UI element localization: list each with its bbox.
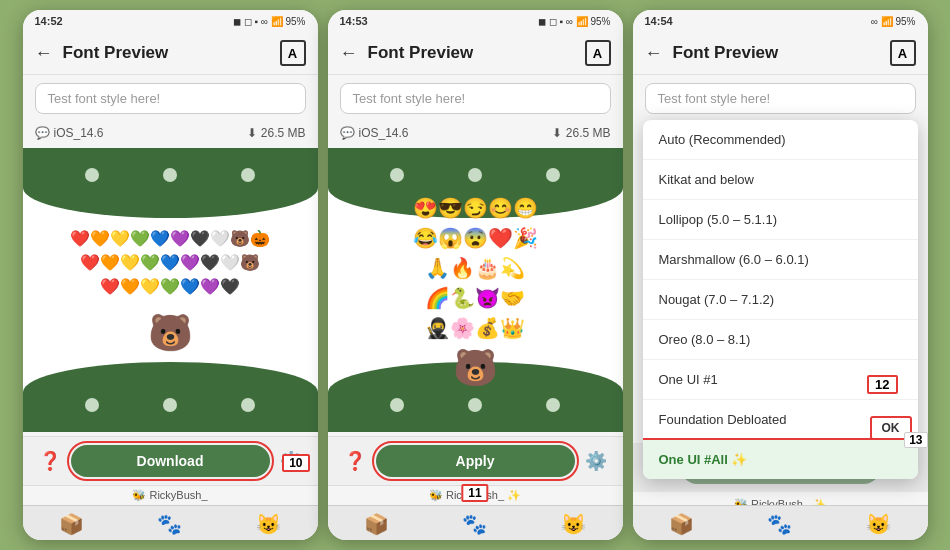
back-button-2[interactable]: ← <box>340 43 358 64</box>
preview-area-2: 😍😎😏😊😁 😂😱😨❤️🎉 🙏🔥🎂💫 🌈🐍👿🤝 🥷🌸💰👑 🐻 <box>328 148 623 432</box>
screens-container: 14:52 ◼ ◻ ▪ ∞ 📶 95% ← Font Preview A Tes… <box>13 0 938 550</box>
font-size-button-1[interactable]: A <box>280 40 306 66</box>
nav-tab-3b[interactable]: 🐾 <box>767 512 792 536</box>
dropdown-item-nougat[interactable]: Nougat (7.0 – 7.1.2) <box>643 280 918 320</box>
emoji-content-2: 😍😎😏😊😁 😂😱😨❤️🎉 🙏🔥🎂💫 🌈🐍👿🤝 🥷🌸💰👑 🐻 <box>403 182 548 399</box>
dropdown-item-oreo[interactable]: Oreo (8.0 – 8.1) <box>643 320 918 360</box>
bottom-bar-2: ❓ Apply ⚙️ <box>328 436 623 485</box>
bottom-bar-1: ❓ Download ⚙️ <box>23 436 318 485</box>
status-bar-1: 14:52 ◼ ◻ ▪ ∞ 📶 95% <box>23 10 318 32</box>
nav-tabs-1: 📦 🐾 😺 <box>23 505 318 540</box>
font-name-2: 💬 iOS_14.6 <box>340 126 409 140</box>
status-time-2: 14:53 <box>340 15 368 27</box>
help-icon-2[interactable]: ❓ <box>344 450 366 472</box>
font-size-1: ⬇ 26.5 MB <box>247 126 306 140</box>
app-header-1: ← Font Preview A <box>23 32 318 75</box>
step-12-label: 12 <box>867 375 897 394</box>
status-icons-1: ◼ ◻ ▪ ∞ 📶 95% <box>233 16 306 27</box>
status-time-3: 14:54 <box>645 15 673 27</box>
nav-tab-2c[interactable]: 😺 <box>561 512 586 536</box>
status-icons-2: ◼ ◻ ▪ ∞ 📶 95% <box>538 16 611 27</box>
app-header-3: ← Font Preview A <box>633 32 928 75</box>
nav-tabs-2: 📦 🐾 😺 <box>328 505 623 540</box>
bear-emoji-1: 🐻 <box>148 312 193 354</box>
back-button-3[interactable]: ← <box>645 43 663 64</box>
nav-tab-1c[interactable]: 😺 <box>256 512 281 536</box>
nav-tab-2a[interactable]: 📦 <box>364 512 389 536</box>
preview-area-1: ❤️🧡💛💚💙💜🖤🤍🐻🎃 ❤️🧡💛💚💙💜🖤🤍🐻 ❤️🧡💛💚💙💜🖤 🐻 <box>23 148 318 432</box>
phone-screen-1: 14:52 ◼ ◻ ▪ ∞ 📶 95% ← Font Preview A Tes… <box>23 10 318 540</box>
font-info-2: 💬 iOS_14.6 ⬇ 26.5 MB <box>328 122 623 144</box>
font-size-button-2[interactable]: A <box>585 40 611 66</box>
creator-bar-1: 🐝 RickyBush_ <box>23 485 318 505</box>
phone-screen-3: 14:54 ∞ 📶 95% ← Font Preview A Test font… <box>633 10 928 540</box>
status-bar-3: 14:54 ∞ 📶 95% <box>633 10 928 32</box>
step-10-label: 10 <box>282 454 309 472</box>
back-button-1[interactable]: ← <box>35 43 53 64</box>
font-name-1: 💬 iOS_14.6 <box>35 126 104 140</box>
dropdown-item-auto[interactable]: Auto (Recommended) <box>643 120 918 160</box>
help-icon-1[interactable]: ❓ <box>39 450 61 472</box>
nav-tab-3a[interactable]: 📦 <box>669 512 694 536</box>
settings-icon-2[interactable]: ⚙️ <box>585 450 607 472</box>
apply-button[interactable]: Apply <box>376 445 575 477</box>
dropdown-item-kitkat[interactable]: Kitkat and below <box>643 160 918 200</box>
step-11-label: 11 <box>461 484 488 502</box>
font-size-2: ⬇ 26.5 MB <box>552 126 611 140</box>
download-button[interactable]: Download <box>71 445 270 477</box>
screen1-content: ❤️🧡💛💚💙💜🖤🤍🐻🎃 ❤️🧡💛💚💙💜🖤🤍🐻 ❤️🧡💛💚💙💜🖤 🐻 <box>70 227 270 354</box>
nav-tab-3c[interactable]: 😺 <box>866 512 891 536</box>
status-bar-2: 14:53 ◼ ◻ ▪ ∞ 📶 95% <box>328 10 623 32</box>
nav-tab-2b[interactable]: 🐾 <box>462 512 487 536</box>
screen1-title: Font Preview <box>63 43 270 63</box>
dropdown-item-marshmallow[interactable]: Marshmallow (6.0 – 6.0.1) <box>643 240 918 280</box>
search-bar-3[interactable]: Test font style here! <box>645 83 916 114</box>
app-header-2: ← Font Preview A <box>328 32 623 75</box>
phone-screen-2: 14:53 ◼ ◻ ▪ ∞ 📶 95% ← Font Preview A Tes… <box>328 10 623 540</box>
dropdown-item-lollipop[interactable]: Lollipop (5.0 – 5.1.1) <box>643 200 918 240</box>
step-13-label: 13 <box>904 432 927 448</box>
font-size-button-3[interactable]: A <box>890 40 916 66</box>
nav-tabs-3: 📦 🐾 😺 <box>633 505 928 540</box>
screen3-title: Font Preview <box>673 43 880 63</box>
dropdown-item-oneui-all[interactable]: One UI #All ✨ <box>643 440 918 479</box>
emoji-block-1: ❤️🧡💛💚💙💜🖤🤍🐻🎃 ❤️🧡💛💚💙💜🖤🤍🐻 ❤️🧡💛💚💙💜🖤 <box>70 227 270 299</box>
search-bar-2[interactable]: Test font style here! <box>340 83 611 114</box>
search-bar-1[interactable]: Test font style here! <box>35 83 306 114</box>
screen2-title: Font Preview <box>368 43 575 63</box>
status-time-1: 14:52 <box>35 15 63 27</box>
nav-tab-1b[interactable]: 🐾 <box>157 512 182 536</box>
font-info-1: 💬 iOS_14.6 ⬇ 26.5 MB <box>23 122 318 144</box>
nav-tab-1a[interactable]: 📦 <box>59 512 84 536</box>
status-icons-3: ∞ 📶 95% <box>871 16 916 27</box>
